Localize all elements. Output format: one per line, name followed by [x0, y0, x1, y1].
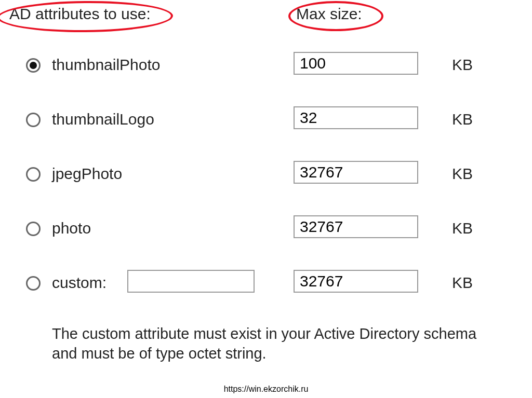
attribute-label: photo [52, 219, 91, 237]
maxsize-input[interactable] [294, 161, 418, 184]
attribute-label: custom: [52, 274, 107, 292]
attribute-row: custom:KB [0, 270, 532, 324]
attribute-label: jpegPhoto [52, 165, 122, 183]
unit-label: KB [452, 56, 473, 74]
attribute-radio[interactable] [26, 222, 41, 236]
attribute-radio[interactable] [26, 58, 41, 73]
footer-source-url: https://win.ekzorchik.ru [0, 385, 532, 394]
maxsize-input[interactable] [294, 270, 418, 293]
unit-label: KB [452, 219, 473, 237]
attribute-label: thumbnailPhoto [52, 56, 160, 74]
unit-label: KB [452, 111, 473, 128]
attribute-radio[interactable] [26, 276, 41, 291]
unit-label: KB [452, 274, 473, 292]
maxsize-header-label: Max size: [296, 5, 362, 23]
attribute-label: thumbnailLogo [52, 111, 154, 128]
maxsize-input[interactable] [294, 215, 418, 238]
custom-attribute-input[interactable] [127, 270, 255, 293]
attribute-row: photoKB [0, 215, 532, 270]
attribute-radio[interactable] [26, 113, 41, 127]
attribute-row: thumbnailLogoKB [0, 106, 532, 161]
attribute-radio[interactable] [26, 167, 41, 182]
custom-attribute-note: The custom attribute must exist in your … [52, 324, 501, 363]
attributes-header-label: AD attributes to use: [9, 5, 151, 23]
attribute-row: jpegPhotoKB [0, 161, 532, 215]
maxsize-input[interactable] [294, 106, 418, 129]
unit-label: KB [452, 165, 473, 183]
attribute-row: thumbnailPhotoKB [0, 52, 532, 106]
maxsize-input[interactable] [294, 52, 418, 75]
